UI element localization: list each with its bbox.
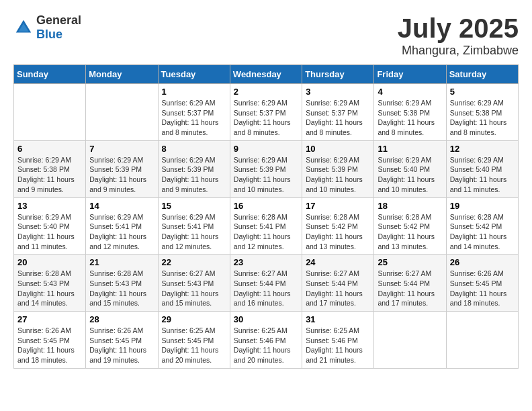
calendar-cell: 31Sunrise: 6:25 AM Sunset: 5:46 PM Dayli… [302, 312, 374, 369]
day-info: Sunrise: 6:29 AM Sunset: 5:39 PM Dayligh… [234, 155, 298, 195]
day-info: Sunrise: 6:29 AM Sunset: 5:39 PM Dayligh… [306, 155, 370, 195]
day-info: Sunrise: 6:29 AM Sunset: 5:38 PM Dayligh… [17, 155, 82, 195]
calendar-cell: 14Sunrise: 6:29 AM Sunset: 5:41 PM Dayli… [86, 197, 158, 255]
calendar-cell: 15Sunrise: 6:29 AM Sunset: 5:41 PM Dayli… [158, 197, 230, 255]
calendar-cell: 29Sunrise: 6:25 AM Sunset: 5:45 PM Dayli… [158, 312, 230, 369]
calendar-cell: 22Sunrise: 6:27 AM Sunset: 5:43 PM Dayli… [158, 255, 230, 312]
day-info: Sunrise: 6:28 AM Sunset: 5:43 PM Dayligh… [17, 269, 82, 308]
day-number: 23 [234, 257, 298, 267]
day-number: 13 [17, 201, 82, 211]
calendar-cell: 17Sunrise: 6:28 AM Sunset: 5:42 PM Dayli… [302, 197, 374, 255]
calendar-week-row: 1Sunrise: 6:29 AM Sunset: 5:37 PM Daylig… [14, 84, 519, 141]
day-number: 15 [162, 201, 226, 211]
day-number: 26 [450, 257, 515, 267]
day-info: Sunrise: 6:27 AM Sunset: 5:44 PM Dayligh… [234, 269, 298, 308]
calendar-cell: 30Sunrise: 6:25 AM Sunset: 5:46 PM Dayli… [230, 312, 302, 369]
day-info: Sunrise: 6:28 AM Sunset: 5:43 PM Dayligh… [89, 269, 154, 308]
weekday-header-sunday: Sunday [14, 65, 86, 84]
calendar-cell: 24Sunrise: 6:27 AM Sunset: 5:44 PM Dayli… [302, 255, 374, 312]
day-info: Sunrise: 6:29 AM Sunset: 5:40 PM Dayligh… [17, 212, 82, 252]
day-info: Sunrise: 6:29 AM Sunset: 5:40 PM Dayligh… [378, 155, 442, 195]
day-number: 31 [306, 314, 370, 324]
calendar-week-row: 6Sunrise: 6:29 AM Sunset: 5:38 PM Daylig… [14, 140, 519, 197]
calendar-cell: 27Sunrise: 6:26 AM Sunset: 5:45 PM Dayli… [14, 312, 86, 369]
day-number: 25 [378, 257, 442, 267]
day-number: 30 [234, 314, 298, 324]
day-info: Sunrise: 6:29 AM Sunset: 5:37 PM Dayligh… [162, 98, 226, 138]
calendar-cell: 12Sunrise: 6:29 AM Sunset: 5:40 PM Dayli… [446, 140, 518, 197]
day-number: 11 [378, 144, 442, 154]
calendar-cell: 23Sunrise: 6:27 AM Sunset: 5:44 PM Dayli… [230, 255, 302, 312]
day-info: Sunrise: 6:29 AM Sunset: 5:37 PM Dayligh… [306, 98, 370, 138]
day-number: 2 [234, 87, 298, 97]
day-info: Sunrise: 6:25 AM Sunset: 5:45 PM Dayligh… [162, 326, 226, 365]
calendar-cell: 11Sunrise: 6:29 AM Sunset: 5:40 PM Dayli… [374, 140, 446, 197]
calendar-cell: 25Sunrise: 6:27 AM Sunset: 5:44 PM Dayli… [374, 255, 446, 312]
day-number: 27 [17, 314, 82, 324]
day-info: Sunrise: 6:28 AM Sunset: 5:42 PM Dayligh… [378, 212, 442, 252]
calendar-cell: 3Sunrise: 6:29 AM Sunset: 5:37 PM Daylig… [302, 84, 374, 141]
day-number: 3 [306, 87, 370, 97]
day-number: 22 [162, 257, 226, 267]
calendar-cell: 26Sunrise: 6:26 AM Sunset: 5:45 PM Dayli… [446, 255, 518, 312]
day-number: 17 [306, 201, 370, 211]
weekday-header-tuesday: Tuesday [158, 65, 230, 84]
day-info: Sunrise: 6:26 AM Sunset: 5:45 PM Dayligh… [89, 326, 154, 365]
day-number: 10 [306, 144, 370, 154]
calendar-cell: 28Sunrise: 6:26 AM Sunset: 5:45 PM Dayli… [86, 312, 158, 369]
day-number: 20 [17, 257, 82, 267]
day-info: Sunrise: 6:26 AM Sunset: 5:45 PM Dayligh… [17, 326, 82, 365]
page-header: General Blue July 2025 Mhangura, Zimbabw… [13, 13, 519, 58]
day-info: Sunrise: 6:29 AM Sunset: 5:40 PM Dayligh… [450, 155, 515, 195]
day-number: 8 [162, 144, 226, 154]
day-info: Sunrise: 6:27 AM Sunset: 5:44 PM Dayligh… [378, 269, 442, 308]
weekday-header-thursday: Thursday [302, 65, 374, 84]
day-number: 24 [306, 257, 370, 267]
day-info: Sunrise: 6:29 AM Sunset: 5:38 PM Dayligh… [378, 98, 442, 138]
day-info: Sunrise: 6:29 AM Sunset: 5:39 PM Dayligh… [162, 155, 226, 195]
day-info: Sunrise: 6:29 AM Sunset: 5:41 PM Dayligh… [89, 212, 154, 252]
day-number: 14 [89, 201, 154, 211]
day-number: 9 [234, 144, 298, 154]
calendar-cell [374, 312, 446, 369]
day-number: 4 [378, 87, 442, 97]
day-info: Sunrise: 6:27 AM Sunset: 5:43 PM Dayligh… [162, 269, 226, 308]
calendar-cell: 20Sunrise: 6:28 AM Sunset: 5:43 PM Dayli… [14, 255, 86, 312]
calendar-cell: 21Sunrise: 6:28 AM Sunset: 5:43 PM Dayli… [86, 255, 158, 312]
day-number: 1 [162, 87, 226, 97]
calendar-header-row: SundayMondayTuesdayWednesdayThursdayFrid… [14, 65, 519, 84]
day-info: Sunrise: 6:25 AM Sunset: 5:46 PM Dayligh… [234, 326, 298, 365]
calendar-cell: 9Sunrise: 6:29 AM Sunset: 5:39 PM Daylig… [230, 140, 302, 197]
location-title: Mhangura, Zimbabwe [398, 44, 519, 58]
calendar-cell: 16Sunrise: 6:28 AM Sunset: 5:41 PM Dayli… [230, 197, 302, 255]
day-info: Sunrise: 6:25 AM Sunset: 5:46 PM Dayligh… [306, 326, 370, 365]
day-info: Sunrise: 6:27 AM Sunset: 5:44 PM Dayligh… [306, 269, 370, 308]
calendar-cell: 4Sunrise: 6:29 AM Sunset: 5:38 PM Daylig… [374, 84, 446, 141]
calendar-week-row: 27Sunrise: 6:26 AM Sunset: 5:45 PM Dayli… [14, 312, 519, 369]
day-number: 18 [378, 201, 442, 211]
day-number: 16 [234, 201, 298, 211]
day-info: Sunrise: 6:29 AM Sunset: 5:41 PM Dayligh… [162, 212, 226, 252]
logo-text-general: General [36, 13, 81, 27]
day-number: 5 [450, 87, 515, 97]
weekday-header-wednesday: Wednesday [230, 65, 302, 84]
day-info: Sunrise: 6:29 AM Sunset: 5:38 PM Dayligh… [450, 98, 515, 138]
weekday-header-saturday: Saturday [446, 65, 518, 84]
logo-icon [13, 17, 34, 38]
day-info: Sunrise: 6:26 AM Sunset: 5:45 PM Dayligh… [450, 269, 515, 308]
day-info: Sunrise: 6:28 AM Sunset: 5:41 PM Dayligh… [234, 212, 298, 252]
calendar-cell [14, 84, 86, 141]
title-block: July 2025 Mhangura, Zimbabwe [398, 13, 519, 58]
day-number: 28 [89, 314, 154, 324]
day-number: 21 [89, 257, 154, 267]
day-info: Sunrise: 6:28 AM Sunset: 5:42 PM Dayligh… [306, 212, 370, 252]
calendar-cell: 8Sunrise: 6:29 AM Sunset: 5:39 PM Daylig… [158, 140, 230, 197]
logo-text-blue: Blue [36, 28, 62, 41]
day-info: Sunrise: 6:29 AM Sunset: 5:37 PM Dayligh… [234, 98, 298, 138]
calendar-table: SundayMondayTuesdayWednesdayThursdayFrid… [13, 64, 519, 369]
calendar-week-row: 13Sunrise: 6:29 AM Sunset: 5:40 PM Dayli… [14, 197, 519, 255]
day-info: Sunrise: 6:29 AM Sunset: 5:39 PM Dayligh… [89, 155, 154, 195]
calendar-cell: 7Sunrise: 6:29 AM Sunset: 5:39 PM Daylig… [86, 140, 158, 197]
calendar-cell: 1Sunrise: 6:29 AM Sunset: 5:37 PM Daylig… [158, 84, 230, 141]
weekday-header-monday: Monday [86, 65, 158, 84]
